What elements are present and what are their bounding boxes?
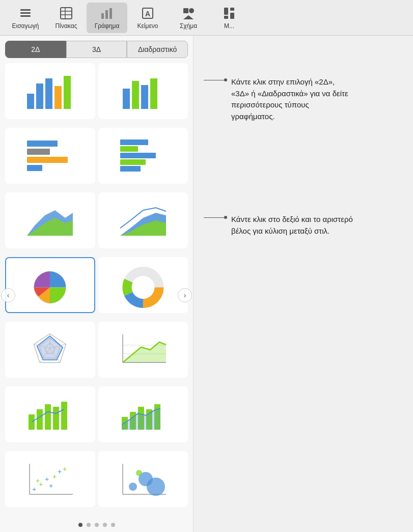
svg-rect-22: [54, 86, 62, 109]
svg-rect-33: [120, 146, 138, 152]
chart-cell-bar-vertical-2[interactable]: [98, 63, 188, 119]
toolbar-item-table[interactable]: Πίνακας: [46, 3, 87, 33]
svg-rect-65: [53, 407, 59, 430]
toolbar-item-insert[interactable]: Εισαγωγή: [5, 3, 46, 33]
svg-text:+: +: [32, 485, 36, 493]
annotation-2: Κάντε κλικ στο δεξιό και το αριστερό βέλ…: [204, 214, 403, 237]
svg-rect-19: [27, 94, 34, 109]
chart-cell-area-2[interactable]: [98, 192, 188, 248]
svg-point-87: [147, 478, 165, 496]
svg-point-88: [136, 470, 142, 476]
annotation-text-2: Κάντε κλικ στο δεξιό και το αριστερό βέλ…: [231, 214, 353, 237]
svg-rect-35: [120, 159, 146, 165]
chart-cell-pie[interactable]: [5, 257, 95, 313]
svg-rect-2: [20, 15, 31, 17]
svg-text:A: A: [145, 10, 150, 18]
chart-cell-bar-horizontal[interactable]: [5, 128, 95, 184]
chart-cell-line[interactable]: [98, 322, 188, 378]
svg-rect-23: [64, 76, 71, 109]
svg-rect-24: [123, 89, 130, 109]
pagination-dot-4[interactable]: [103, 523, 107, 527]
annotation-area: Κάντε κλικ στην επιλογή «2Δ», «3Δ» ή «Δι…: [194, 36, 413, 532]
chart-cell-scatter[interactable]: + + + + + + + +: [5, 451, 95, 507]
chart-cell-bar-horizontal-2[interactable]: [98, 128, 188, 184]
chart-toolbar-icon: [100, 6, 114, 20]
svg-rect-64: [45, 404, 51, 430]
toolbar: Εισαγωγή Πίνακας Γράφημα A Κείμενο Σχ: [0, 0, 413, 36]
svg-rect-18: [230, 13, 234, 19]
svg-point-13: [189, 8, 194, 13]
svg-point-85: [129, 483, 137, 491]
chart-grid: + + + + + + + +: [0, 58, 193, 518]
tab-interactive[interactable]: Διαδραστικό: [127, 41, 188, 58]
svg-rect-7: [101, 13, 104, 19]
svg-text:+: +: [58, 467, 62, 475]
pagination-dot-1[interactable]: [78, 523, 82, 527]
svg-text:+: +: [49, 482, 53, 490]
toolbar-item-more[interactable]: Μ...: [209, 3, 250, 33]
svg-rect-27: [150, 78, 157, 109]
arrow-right[interactable]: ›: [178, 288, 192, 302]
svg-rect-9: [109, 8, 112, 19]
pagination-dot-2[interactable]: [87, 523, 91, 527]
chart-cell-mixed[interactable]: [5, 386, 95, 442]
svg-rect-26: [141, 85, 148, 109]
list-icon: [18, 6, 33, 20]
chart-cell-donut[interactable]: [98, 257, 188, 313]
toolbar-label-table: Πίνακας: [56, 22, 77, 30]
more-icon: [222, 6, 236, 20]
svg-rect-32: [120, 139, 148, 145]
pagination: [0, 518, 193, 532]
annotation-1: Κάντε κλικ στην επιλογή «2Δ», «3Δ» ή «Δι…: [204, 76, 403, 122]
svg-rect-15: [224, 8, 228, 15]
pagination-dot-5[interactable]: [111, 523, 115, 527]
svg-rect-8: [105, 10, 108, 19]
toolbar-label-insert: Εισαγωγή: [12, 22, 39, 30]
toolbar-item-shape[interactable]: Σχήμα: [168, 3, 209, 33]
table-icon: [59, 6, 73, 20]
toolbar-label-shape: Σχήμα: [180, 22, 197, 30]
tab-3d[interactable]: 3Δ: [66, 41, 127, 58]
svg-marker-14: [183, 15, 194, 19]
svg-rect-66: [61, 402, 67, 430]
chart-cell-mixed2[interactable]: [98, 386, 188, 442]
annotation-line-2: [204, 217, 224, 218]
annotation-text-1: Κάντε κλικ στην επιλογή «2Δ», «3Δ» ή «Δι…: [231, 76, 353, 122]
svg-rect-36: [120, 166, 141, 172]
svg-rect-1: [20, 12, 31, 14]
svg-rect-17: [230, 8, 234, 11]
tabs-row: 2Δ 3Δ Διαδραστικό: [0, 36, 193, 58]
svg-point-46: [134, 278, 152, 297]
svg-text:+: +: [63, 465, 67, 473]
svg-text:+: +: [52, 472, 57, 481]
tab-2d[interactable]: 2Δ: [5, 41, 66, 58]
chart-cell-bar-vertical[interactable]: [5, 63, 95, 119]
svg-rect-28: [27, 141, 58, 147]
main-area: 2Δ 3Δ Διαδραστικό ‹ ›: [0, 36, 413, 532]
toolbar-item-chart[interactable]: Γράφημα: [87, 3, 127, 33]
arrow-left[interactable]: ‹: [1, 288, 15, 302]
shape-icon: [181, 6, 196, 20]
svg-rect-20: [36, 83, 43, 109]
svg-text:+: +: [36, 477, 40, 485]
toolbar-label-more: Μ...: [224, 22, 234, 30]
chart-cell-area[interactable]: [5, 192, 95, 248]
toolbar-item-text[interactable]: A Κείμενο: [127, 3, 168, 33]
chart-cell-bubble[interactable]: [98, 451, 188, 507]
svg-rect-25: [132, 81, 139, 109]
chart-cell-radar[interactable]: [5, 322, 95, 378]
chart-panel: 2Δ 3Δ Διαδραστικό ‹ ›: [0, 36, 194, 532]
svg-rect-30: [27, 157, 68, 163]
svg-rect-16: [224, 16, 228, 19]
svg-rect-63: [37, 409, 43, 430]
svg-rect-29: [27, 149, 50, 155]
svg-rect-21: [45, 78, 52, 109]
svg-rect-12: [183, 8, 188, 13]
svg-rect-31: [27, 165, 42, 171]
text-icon: A: [141, 6, 155, 20]
annotation-line-1: [204, 80, 224, 80]
svg-rect-0: [20, 9, 31, 11]
pagination-dot-3[interactable]: [95, 523, 99, 527]
svg-rect-3: [61, 8, 72, 19]
svg-text:+: +: [45, 475, 49, 483]
